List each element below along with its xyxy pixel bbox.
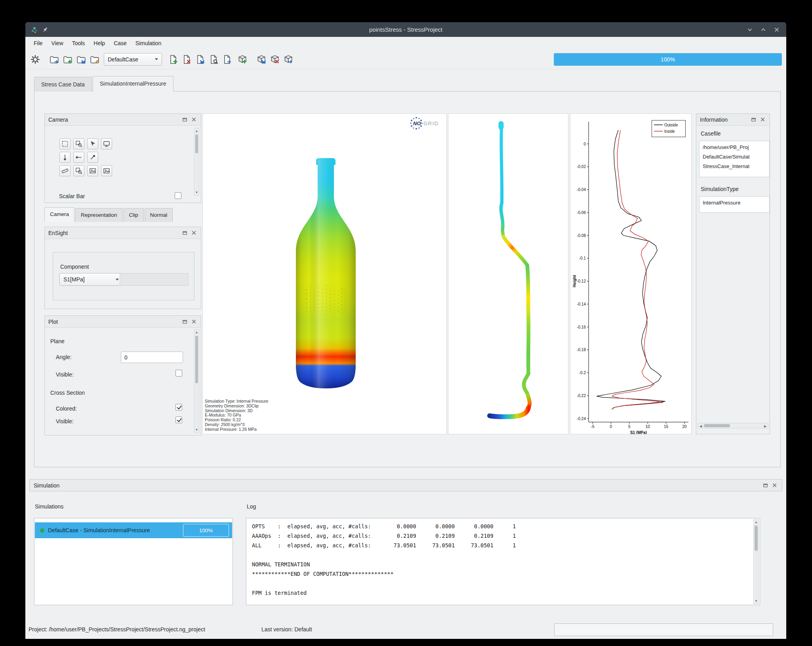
maximize-window-button[interactable]: [759, 26, 767, 34]
close-window-button[interactable]: [773, 26, 781, 34]
close-panel-button[interactable]: [759, 116, 766, 123]
close-icon: [772, 482, 778, 488]
svg-text:-0.12: -0.12: [577, 279, 586, 283]
menu-item-file[interactable]: File: [29, 37, 47, 50]
scroll-down-icon[interactable]: ▼: [194, 190, 199, 195]
scrollbar-thumb[interactable]: [755, 526, 758, 551]
status-project-path: Project: /home/user/PB_Projects/StressPr…: [29, 626, 205, 633]
ensight-panel-header[interactable]: EnSight: [45, 227, 201, 239]
titlebar[interactable]: pointsStress - StressProject: [25, 22, 786, 37]
tab-representation[interactable]: Representation: [75, 208, 123, 222]
close-panel-button[interactable]: [771, 482, 778, 489]
simulation-list-item[interactable]: DefaultCase - SimulationInternalPressure…: [35, 522, 232, 538]
plane-visible-checkbox[interactable]: [175, 370, 182, 377]
pick-point-button[interactable]: [87, 138, 98, 149]
menu-item-view[interactable]: View: [47, 37, 68, 50]
log-scrollbar[interactable]: ▲ ▼: [753, 519, 759, 604]
settings-button[interactable]: [29, 52, 42, 67]
close-panel-button[interactable]: [191, 229, 197, 236]
snapshot-zoom-button[interactable]: [101, 165, 112, 176]
simulation-type-box[interactable]: InternalPressure: [699, 196, 770, 213]
camera-panel-header[interactable]: Camera: [45, 114, 201, 126]
sim-run-button[interactable]: [220, 52, 234, 67]
view-axis-z-button[interactable]: [87, 152, 98, 163]
close-panel-button[interactable]: [191, 318, 197, 325]
angle-input[interactable]: [121, 352, 183, 363]
tab-clip[interactable]: Clip: [124, 208, 144, 222]
scroll-down-icon[interactable]: ▼: [194, 428, 199, 432]
axis-y-icon: [75, 154, 82, 161]
sim-delete-button[interactable]: [180, 52, 193, 67]
case-copy-button[interactable]: [74, 52, 88, 67]
scroll-right-icon[interactable]: ▶: [763, 424, 768, 428]
cross-section-view[interactable]: [448, 113, 568, 434]
scroll-up-icon[interactable]: ▲: [194, 129, 199, 133]
measure-button[interactable]: [59, 165, 71, 176]
pin-icon[interactable]: [42, 27, 48, 33]
case-export-button[interactable]: [48, 52, 61, 67]
menu-item-case[interactable]: Case: [109, 37, 131, 50]
zoom-region-button[interactable]: [73, 138, 84, 149]
scroll-up-icon[interactable]: ▲: [754, 520, 759, 524]
select-region-button[interactable]: [59, 138, 71, 149]
tab-normal[interactable]: Normal: [145, 208, 173, 222]
scalar-bar-checkbox[interactable]: [175, 192, 181, 199]
svg-text:S1 (MPa): S1 (MPa): [630, 430, 647, 434]
information-panel-hscrollbar[interactable]: ◀ ▶: [698, 423, 768, 428]
shade-window-button[interactable]: [746, 26, 754, 34]
float-panel-button[interactable]: [181, 318, 188, 325]
camera-panel-scrollbar[interactable]: ▲ ▼: [194, 128, 199, 195]
scroll-left-icon[interactable]: ◀: [698, 424, 703, 428]
plot-panel-scrollbar[interactable]: ▲ ▼: [194, 329, 199, 433]
view-axis-x-button[interactable]: [59, 152, 71, 163]
sim-inspect-button[interactable]: [207, 52, 220, 67]
scrollbar-thumb[interactable]: [704, 424, 730, 427]
log-panel[interactable]: OPTS : elapsed, avg, acc, #calls: 0.0000…: [246, 518, 760, 605]
view-axis-y-button[interactable]: [73, 152, 84, 163]
mesh-export-button[interactable]: [282, 52, 295, 67]
menu-item-help[interactable]: Help: [89, 37, 109, 50]
float-panel-button[interactable]: [762, 482, 769, 489]
scrollbar-thumb[interactable]: [195, 336, 198, 383]
tab-stress-case-data[interactable]: Stress Case Data: [34, 77, 92, 92]
colored-checkbox[interactable]: [175, 404, 182, 411]
mesh-delete-button[interactable]: [268, 52, 282, 67]
menu-item-simulation[interactable]: Simulation: [131, 37, 166, 50]
select-region-icon: [61, 140, 69, 147]
tab-simulation-internal-pressure[interactable]: SimulationInternalPressure: [93, 76, 173, 92]
scroll-down-icon[interactable]: ▼: [754, 599, 759, 603]
sim-save-button[interactable]: [193, 52, 207, 67]
mesh-new-button[interactable]: [236, 52, 249, 67]
viewport-3d[interactable]: NO GRID: [202, 113, 447, 434]
close-panel-button[interactable]: [191, 116, 197, 123]
case-edit-button[interactable]: [88, 52, 101, 67]
menu-item-tools[interactable]: Tools: [68, 37, 90, 50]
monitor-icon: [103, 140, 110, 147]
cross-section-render: [448, 114, 568, 434]
case-selector[interactable]: DefaultCase: [104, 53, 162, 66]
colored-label: Colored:: [56, 405, 77, 412]
plot-panel-header[interactable]: Plot: [45, 316, 201, 328]
measure-zoom-button[interactable]: [73, 165, 84, 176]
case-new-button[interactable]: [61, 52, 74, 67]
fit-screen-button[interactable]: [101, 138, 112, 149]
simulation-item-progress: 100%: [183, 524, 229, 537]
mesh-import-button[interactable]: [255, 52, 268, 67]
svg-text:-0.16: -0.16: [577, 325, 586, 329]
float-panel-button[interactable]: [181, 229, 188, 236]
simulation-dock-header[interactable]: Simulation: [29, 479, 782, 491]
scroll-up-icon[interactable]: ▲: [194, 330, 199, 334]
scrollbar-thumb[interactable]: [195, 134, 198, 153]
casefile-list[interactable]: /home/user/PB_ProjDefaultCase/SimulatStr…: [699, 141, 770, 177]
simulations-list[interactable]: DefaultCase - SimulationInternalPressure…: [34, 518, 233, 605]
component-selector[interactable]: S1[MPa]: [59, 273, 123, 286]
float-panel-button[interactable]: [181, 116, 188, 123]
float-icon: [751, 117, 757, 122]
tab-camera[interactable]: Camera: [44, 207, 74, 222]
snapshot-button[interactable]: [87, 165, 98, 176]
float-panel-button[interactable]: [750, 116, 757, 123]
sim-new-button[interactable]: [166, 52, 180, 67]
s1-height-chart-view[interactable]: 0-0.02-0.04-0.06-0.08-0.1-0.12-0.14-0.16…: [570, 113, 692, 434]
cross-visible-checkbox[interactable]: [175, 417, 182, 423]
information-panel-header[interactable]: Information: [696, 114, 770, 126]
